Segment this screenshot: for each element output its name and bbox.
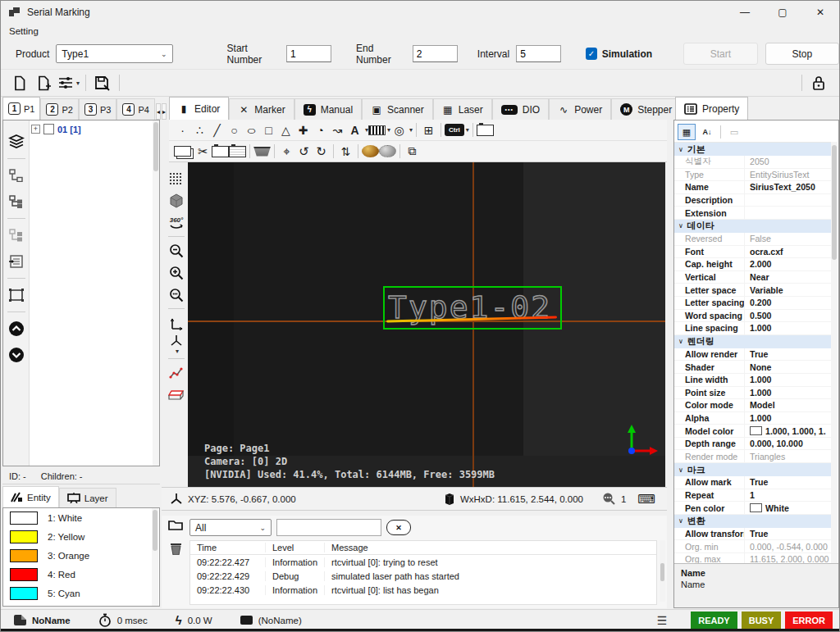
pen-color-item[interactable]: 6: Lime [3, 602, 159, 607]
log-scrollbar[interactable] [660, 540, 665, 602]
ctrl-tool-icon[interactable]: Ctrl [445, 124, 464, 136]
new-file-add-icon[interactable] [34, 72, 55, 93]
property-value[interactable]: 1 [745, 490, 832, 500]
zoom-in-icon[interactable] [167, 261, 186, 284]
close-button[interactable]: ✕ [801, 1, 839, 24]
tree-expander-icon[interactable]: + [31, 125, 40, 134]
work-area-icon[interactable] [167, 384, 186, 406]
arc-tool-icon[interactable]: ◔ [312, 121, 329, 139]
task-list-icon[interactable]: ☰ [657, 614, 668, 627]
center-tool-icon[interactable]: ⌖ [278, 143, 295, 160]
tab-property[interactable]: Property [675, 97, 748, 120]
categorized-view-icon[interactable]: ▦ [678, 124, 696, 140]
new-file-icon[interactable] [9, 72, 30, 93]
rotate-360-icon[interactable]: 360° [167, 211, 186, 234]
view-3d-icon[interactable] [167, 189, 186, 211]
list-view-icon[interactable] [6, 251, 27, 272]
save-preview-icon[interactable] [92, 72, 113, 93]
page-tab-next-button[interactable]: ▸ [162, 103, 167, 120]
palette-scrollbar[interactable] [152, 508, 158, 606]
editor-canvas[interactable]: Type1-02 Page: Page1 Camera: [0] 2D [NVI… [188, 162, 665, 487]
tree-filter-icon[interactable] [6, 225, 27, 246]
tab-editor[interactable]: ▮Editor [169, 97, 229, 120]
property-value[interactable]: ocra.cxf [745, 247, 832, 257]
page-tab-p4[interactable]: 4P4 [116, 98, 154, 120]
pen-color-item[interactable]: 3: Orange [3, 546, 159, 565]
mesh-sphere-tool-icon[interactable] [379, 145, 396, 157]
product-select[interactable]: Type1 ⌄ [56, 44, 172, 63]
property-section-header[interactable]: ∨변환 [674, 515, 832, 528]
end-number-input[interactable] [413, 45, 458, 62]
property-value[interactable]: 1.000 [745, 388, 832, 398]
property-value[interactable]: 1.000, 1.000, 1. [745, 426, 832, 436]
property-value[interactable]: SiriusText_2050 [745, 182, 832, 192]
property-value[interactable]: 0.000, 10.000 [745, 439, 832, 448]
text-tool-icon[interactable]: A [346, 121, 363, 139]
property-section-header[interactable]: ∨데이타 [674, 220, 832, 233]
paste-tool-icon[interactable] [212, 146, 229, 157]
axis-xy-icon[interactable] [167, 311, 186, 334]
start-button[interactable]: Start [683, 43, 757, 65]
undo-tool-icon[interactable]: ↺ [295, 143, 313, 160]
layers-icon[interactable] [6, 131, 27, 152]
tab-scanner[interactable]: ▣Scanner [362, 98, 433, 120]
line-tool-icon[interactable]: ╱ [208, 121, 226, 139]
ellipse-tool-icon[interactable]: ○ [239, 121, 263, 139]
page-tab-prev-button[interactable]: ◂ [156, 103, 161, 120]
log-row[interactable]: 09:22:22.427Informationrtcvirtual [0]: t… [190, 555, 656, 569]
menu-setting[interactable]: Setting [9, 26, 39, 36]
property-section-header[interactable]: ∨마크 [674, 463, 832, 476]
maximize-button[interactable]: ▢ [764, 1, 801, 24]
point-tool-icon[interactable]: · [174, 121, 191, 139]
log-search-input[interactable] [276, 519, 381, 536]
select-rectangle-icon[interactable] [6, 284, 27, 306]
property-value[interactable]: Model [745, 400, 832, 410]
property-value[interactable]: 1.000 [745, 375, 832, 384]
settings-sliders-icon[interactable]: ▾ [58, 72, 80, 93]
tree-expand-icon[interactable] [6, 191, 27, 212]
log-clear-trash-icon[interactable] [170, 542, 182, 555]
property-value[interactable]: 0.200 [745, 298, 832, 307]
property-value[interactable]: White [745, 503, 832, 513]
log-level-select[interactable]: All ⌄ [189, 519, 272, 536]
page-tab-p2[interactable]: 2P2 [40, 98, 78, 120]
property-value[interactable]: True [745, 529, 832, 539]
keyboard-icon[interactable]: ⌨ [637, 492, 655, 507]
stop-button[interactable]: Stop [765, 43, 839, 65]
zoom-fit-icon[interactable] [167, 284, 186, 306]
copy-tool-icon[interactable] [174, 146, 191, 157]
start-number-input[interactable] [286, 45, 331, 62]
tab-layer[interactable]: Layer [59, 488, 116, 507]
pen-color-item[interactable]: 1: White [3, 508, 159, 527]
property-scrollbar[interactable] [831, 142, 838, 563]
tree-root-item[interactable]: + 01 [1] [31, 124, 158, 134]
page-tab-p1[interactable]: 1P1 [2, 97, 40, 120]
log-row[interactable]: 09:22:22.430Informationrtcvirtual [0]: l… [190, 583, 656, 597]
sort-tool-icon[interactable]: ⇅ [337, 143, 354, 160]
property-value[interactable]: Near [745, 272, 832, 282]
simulation-checkbox[interactable]: ✓ [586, 48, 597, 60]
tree-scrollbar[interactable] [153, 120, 159, 466]
property-value[interactable]: True [745, 477, 832, 487]
lock-icon[interactable] [808, 72, 829, 93]
pen-color-item[interactable]: 5: Cyan [3, 584, 159, 602]
interval-input[interactable] [516, 45, 561, 62]
minimize-button[interactable]: — [726, 1, 764, 24]
tab-marker[interactable]: ✕Marker [229, 98, 294, 120]
barcode-tool-icon[interactable] [368, 125, 386, 135]
tree-checkbox[interactable] [43, 124, 54, 134]
tab-stepper[interactable]: MStepper [611, 98, 681, 120]
tree-collapse-icon[interactable] [6, 165, 27, 186]
tab-dio[interactable]: •••DIO [492, 98, 549, 120]
rings-tool-icon[interactable]: ◎ [390, 121, 408, 139]
selected-entity[interactable]: Type1-02 [383, 286, 562, 330]
property-value[interactable]: 0.500 [745, 311, 832, 321]
axis-3d-icon[interactable]: ▾ [167, 334, 186, 356]
clipboard-tool-icon[interactable] [477, 125, 494, 136]
log-row[interactable]: 09:22:22.429Debugsimulated laser path ha… [190, 569, 656, 583]
form-tool-icon[interactable]: ⊞ [420, 121, 437, 139]
triangle-tool-icon[interactable]: △ [277, 121, 294, 139]
alphabetical-sort-icon[interactable]: A↓ [698, 124, 716, 140]
paste-special-tool-icon[interactable] [229, 146, 246, 157]
property-value[interactable]: 1.000 [745, 413, 832, 423]
